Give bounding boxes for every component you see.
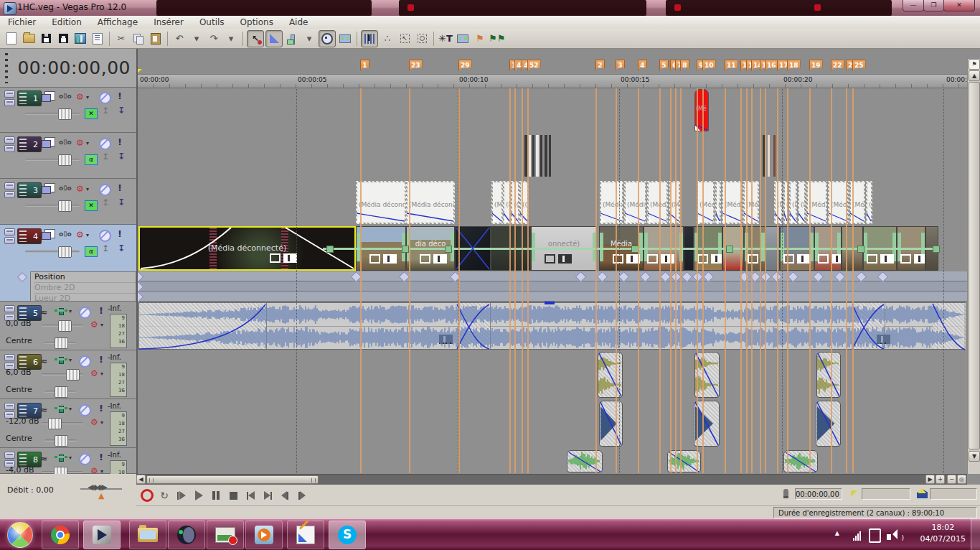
clip-track3[interactable]: (Méd [849,181,865,224]
automation-dropdown[interactable]: ▾ [86,140,89,146]
auto-ripple-icon[interactable]: ∴ [380,31,395,47]
track-header-1[interactable]: 1o⌷o⚙▾!✕↥↧ [0,87,136,133]
volume-fader-thumb[interactable] [66,369,80,381]
timeline-marker-18[interactable]: 18 [787,60,801,71]
clip-track4[interactable] [455,226,491,271]
fx-dropdown[interactable]: ▾ [69,308,72,314]
clip-track3[interactable]: (( [519,181,529,224]
clip-track4[interactable] [694,226,722,271]
event-icons[interactable] [818,254,842,264]
event-icons[interactable] [697,254,722,264]
timeline-marker-4[interactable]: 4 [638,60,647,71]
undo-icon[interactable]: ↶ [171,31,187,47]
volume-icon[interactable]: ) [887,529,904,543]
event-icons[interactable] [613,254,640,264]
scroll-left-button[interactable]: ◀ [136,475,146,484]
clip-track4[interactable] [897,226,925,271]
pan-envelope-node[interactable] [933,246,940,253]
selection-end-box[interactable] [862,488,910,500]
timeline-marker-8[interactable]: 8 [680,60,689,71]
clip-track3[interactable]: (Méd [743,181,759,224]
audio-automation-gear-icon[interactable]: ⚙ [90,320,98,329]
clip-track7[interactable] [694,401,720,447]
audio-pan-icon[interactable] [877,335,890,344]
clip-track1[interactable]: (Mé [694,89,709,131]
skype-taskbar-button[interactable]: S [329,521,366,549]
pan-envelope-node[interactable] [445,246,452,253]
clip-track2-bar[interactable] [536,135,539,177]
track-automation-gear-icon[interactable]: ⚙ [76,93,84,101]
make-compositing-parent-icon[interactable]: ↥ [102,243,109,253]
clip-track4[interactable] [863,226,897,271]
event-icons[interactable] [369,254,397,264]
solo-icon[interactable]: ! [99,452,103,462]
menu-options[interactable]: Options [232,17,281,27]
make-compositing-child-icon[interactable]: ↧ [118,197,125,208]
timeline-marker-19[interactable]: 19 [809,60,823,71]
clip-track2-bar[interactable] [549,135,551,177]
maximize-track-button[interactable] [4,237,15,244]
save-as-icon[interactable] [55,31,71,47]
envelope-handle[interactable] [545,302,555,304]
make-compositing-parent-icon[interactable]: ↥ [102,152,109,162]
zoom-out-button[interactable]: − [947,475,956,484]
crop-icon[interactable] [867,254,877,264]
pan-envelope-node[interactable] [857,246,864,253]
pan-slider-thumb[interactable] [55,337,68,349]
audio-automation-gear-icon[interactable]: ⚙ [90,418,98,427]
solo-icon[interactable]: ! [118,90,122,101]
crop-icon[interactable] [545,254,555,264]
clip-track3[interactable]: (Me [798,181,806,224]
tray-expand-icon[interactable]: ▲ [835,530,839,536]
crop-icon[interactable] [270,253,281,263]
clip-track7[interactable] [816,401,841,447]
timeline-marker-52[interactable]: 52 [527,60,541,71]
track-motion-icon[interactable]: o⌷o [59,185,72,192]
envelope-label-0[interactable]: Position [34,272,136,283]
envelope-icon[interactable]: ≈ [40,356,47,366]
minimize-track-button[interactable] [4,228,15,236]
play-from-start-button[interactable] [174,488,189,503]
solo-icon[interactable]: ! [118,182,122,193]
automation-dropdown[interactable]: ▾ [86,232,89,238]
event-pan-icon[interactable] [831,254,842,264]
alpha-compositing-icon[interactable]: ✕ [85,108,98,119]
event-pan-icon[interactable] [626,254,640,264]
audio-fx-plug-icon[interactable] [55,308,67,314]
clock[interactable]: 18:02 04/07/2015 [920,522,966,545]
track-automation-gear-icon[interactable]: ⚙ [76,230,84,239]
start-button[interactable] [7,522,33,548]
play-button[interactable] [191,488,207,503]
track-automation-gear-icon[interactable]: ⚙ [76,185,84,193]
alpha-compositing-icon[interactable]: ✕ [85,200,98,211]
event-pan-icon[interactable] [383,254,397,264]
copy-icon[interactable] [131,31,146,47]
event-icons[interactable] [420,254,447,264]
menu-aide[interactable]: Aide [281,17,316,27]
track-lane-t1[interactable] [136,87,967,134]
track-lane-t6[interactable] [136,350,967,400]
loop-playback-button[interactable]: ↻ [156,488,172,503]
alpha-compositing-icon[interactable]: α [85,154,98,165]
pause-button[interactable] [208,488,224,503]
track-level-thumb[interactable] [58,200,72,212]
snapping-icon[interactable] [361,30,378,47]
maximize-track-button[interactable] [4,191,15,198]
clip-track4-selected[interactable]: (Média déconnecté) [138,226,356,271]
track-number-chip[interactable]: 4 [17,228,42,244]
timeline-marker-25[interactable]: 25 [852,60,866,71]
timeline-marker-10[interactable]: 10 [702,60,716,71]
make-compositing-child-icon[interactable]: ↧ [118,243,125,253]
media-player-taskbar-button[interactable] [245,521,283,549]
pan-slider-thumb[interactable] [55,435,68,447]
render-as-icon[interactable] [72,31,88,47]
time-ruler[interactable]: 00:00:0000:00:0500:00:1000:00:1500:00:20… [136,74,967,88]
clip-track2-bar[interactable] [768,135,770,177]
selection-tool-icon[interactable]: ↖ [397,31,413,47]
menu-fichier[interactable]: Fichier [0,17,44,27]
minimize-track-button[interactable] [4,452,15,459]
power-icon[interactable] [869,528,881,543]
selection-edit-tool[interactable] [284,31,300,47]
minimize-button[interactable]: — [903,0,924,11]
timeline-marker-11[interactable]: 11 [725,60,738,71]
